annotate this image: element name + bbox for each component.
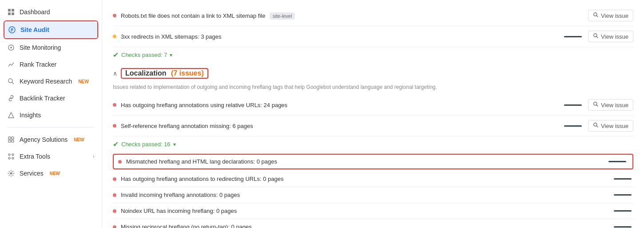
svg-rect-13: [8, 137, 11, 139]
check-circle-icon-top: ✔: [113, 51, 119, 59]
missing-reciprocal-text: Missing reciprocal hreflang (no return-t…: [121, 224, 609, 228]
view-issue-button-self-ref[interactable]: View issue: [588, 120, 633, 132]
localization-description: Issues related to implementation of outg…: [113, 81, 633, 95]
bar-indicator-4: [614, 178, 632, 180]
sidebar-item-insights[interactable]: Insights: [0, 107, 102, 124]
severity-error-dot-5: [113, 193, 116, 197]
bar-indicator-7: [614, 226, 632, 228]
svg-rect-6: [11, 30, 13, 31]
sidebar-item-agency-solutions[interactable]: Agency Solutions NEW: [0, 131, 102, 148]
issue-row-missing-reciprocal: Missing reciprocal hreflang (no return-t…: [113, 219, 633, 228]
sidebar: Dashboard Site Audit Site Monitoring Ran…: [0, 0, 102, 228]
sidebar-item-insights-label: Insights: [20, 112, 41, 119]
issue-row-outgoing-redirecting: Has outgoing hreflang annotations to red…: [113, 171, 633, 187]
sidebar-item-site-audit[interactable]: Site Audit: [4, 21, 97, 38]
sidebar-item-extra-tools[interactable]: Extra Tools ›: [0, 148, 102, 165]
missing-reciprocal-count: 0 pages: [231, 224, 252, 228]
services-badge: NEW: [50, 171, 60, 176]
sidebar-item-site-audit-label: Site Audit: [20, 26, 49, 33]
localization-collapse-button[interactable]: ∧: [113, 70, 117, 77]
3xx-count: 3 pages: [201, 33, 221, 40]
localization-section-header: ∧ Localization (7 issues): [113, 63, 633, 81]
svg-rect-15: [8, 140, 11, 142]
sidebar-item-backlink-tracker[interactable]: Backlink Tracker: [0, 90, 102, 107]
bar-indicator-6: [614, 210, 632, 212]
sidebar-item-agency-solutions-label: Agency Solutions: [20, 136, 68, 143]
svg-rect-1: [12, 9, 14, 12]
outgoing-redirecting-text: Has outgoing hreflang annotations to red…: [121, 176, 609, 182]
severity-error-dot-7: [113, 225, 116, 228]
svg-point-9: [10, 47, 12, 48]
search-icon-4: [593, 122, 599, 129]
noindex-text: Noindex URL has incoming hreflang: 0 pag…: [121, 208, 609, 214]
sidebar-item-dashboard[interactable]: Dashboard: [0, 4, 102, 20]
agency-solutions-badge: NEW: [74, 137, 84, 142]
view-issue-button-3xx[interactable]: View issue: [588, 31, 633, 42]
bar-indicator-2: [564, 104, 582, 106]
keyword-research-badge: NEW: [78, 79, 88, 84]
checks-passed-top-label: Checks passed: 7: [121, 52, 167, 58]
check-circle-icon-loc: ✔: [113, 140, 119, 148]
view-issue-button-hreflang[interactable]: View issue: [588, 99, 633, 111]
svg-point-18: [12, 154, 14, 156]
3xx-issue-text: 3xx redirects in XML sitemaps: 3 pages: [121, 33, 560, 40]
svg-rect-3: [12, 12, 14, 15]
svg-rect-5: [11, 28, 13, 29]
sidebar-item-keyword-research[interactable]: Keyword Research NEW: [0, 73, 102, 90]
severity-error-dot-2: [113, 103, 116, 107]
rank-tracker-icon: [7, 60, 15, 68]
checks-passed-localization[interactable]: ✔ Checks passed: 16 ▾: [113, 136, 633, 152]
svg-point-26: [594, 102, 597, 105]
agency-solutions-icon: [7, 136, 15, 144]
svg-point-28: [594, 123, 597, 126]
issue-row-self-ref: Self-reference hreflang annotation missi…: [113, 116, 633, 136]
hreflang-relative-count: 24 pages: [264, 102, 288, 108]
issue-row-robots: Robots.txt file does not contain a link …: [113, 5, 633, 26]
svg-point-22: [594, 13, 597, 16]
svg-point-19: [8, 157, 10, 159]
issue-row-noindex: Noindex URL has incoming hreflang: 0 pag…: [113, 203, 633, 219]
view-issue-button-robots[interactable]: View issue: [588, 10, 633, 21]
severity-error-dot-6: [113, 209, 116, 213]
checks-dropdown-arrow: ▾: [170, 52, 172, 58]
sidebar-item-keyword-research-label: Keyword Research: [20, 78, 72, 85]
sidebar-item-site-monitoring[interactable]: Site Monitoring: [0, 39, 102, 56]
severity-error-dot-4: [113, 177, 116, 181]
bar-indicator-5: [614, 194, 632, 196]
invalid-incoming-count: 0 pages: [219, 192, 240, 198]
backlink-tracker-icon: [7, 94, 15, 102]
sidebar-item-services[interactable]: Services NEW: [0, 165, 102, 182]
svg-rect-2: [8, 12, 11, 15]
svg-line-25: [596, 36, 598, 38]
search-icon-2: [593, 33, 599, 40]
services-icon: [7, 169, 15, 177]
svg-marker-12: [8, 112, 14, 118]
svg-rect-16: [12, 140, 14, 142]
bar-indicator: [564, 36, 582, 37]
self-ref-count: 6 pages: [233, 123, 253, 129]
extra-tools-icon: [7, 152, 15, 160]
keyword-research-icon: [7, 77, 15, 85]
localization-issues-count: (7 issues): [171, 69, 204, 77]
severity-error-dot-3: [113, 124, 116, 128]
site-monitoring-icon: [7, 44, 15, 52]
search-icon-3: [593, 101, 599, 108]
sidebar-item-rank-tracker[interactable]: Rank Tracker: [0, 56, 102, 73]
checks-dropdown-arrow-loc: ▾: [173, 141, 176, 148]
issue-row-hreflang-relative: Has outgoing hreflang annotations using …: [113, 95, 633, 116]
localization-title-box: Localization (7 issues): [121, 68, 208, 79]
dashboard-icon: [7, 8, 15, 16]
svg-line-27: [596, 105, 598, 106]
svg-line-29: [596, 126, 598, 127]
bar-indicator-highlighted: [608, 161, 626, 162]
localization-title: Localization: [125, 69, 166, 77]
svg-line-23: [596, 16, 598, 17]
hreflang-relative-text: Has outgoing hreflang annotations using …: [121, 102, 560, 108]
extra-tools-chevron-icon: ›: [93, 153, 95, 160]
sidebar-item-dashboard-label: Dashboard: [20, 8, 50, 16]
invalid-incoming-text: Invalid incoming hreflang annotations: 0…: [121, 192, 609, 198]
sidebar-item-extra-tools-label: Extra Tools: [20, 153, 50, 160]
sidebar-item-services-label: Services: [20, 170, 44, 177]
checks-passed-top[interactable]: ✔ Checks passed: 7 ▾: [113, 47, 633, 63]
severity-error-dot-highlighted: [118, 160, 122, 164]
